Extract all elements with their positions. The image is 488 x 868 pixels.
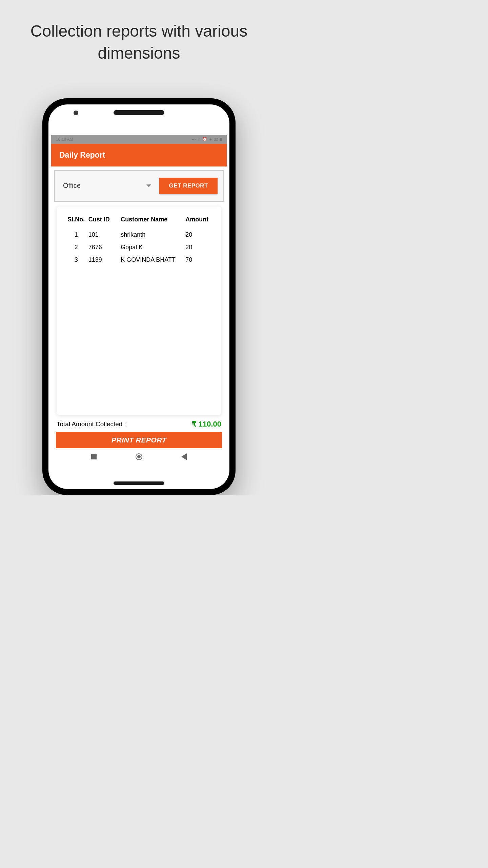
back-button[interactable] [181,453,187,460]
cell-sl: 1 [64,229,88,241]
header-cust-id: Cust ID [88,216,121,229]
phone-speaker-bottom [114,481,164,485]
phone-inner: 10:18 AM ▪▪▪ ᛒ ⏰ ◈ 82 ▮ Daily Report [48,104,229,489]
cell-sl: 3 [64,254,88,266]
header-sl: Sl.No. [64,216,88,229]
dropdown-value: Office [63,182,81,190]
app-bar: Daily Report [51,144,227,166]
battery-text: 82 [214,137,218,141]
header-name: Customer Name [121,216,185,229]
print-report-button[interactable]: PRINT REPORT [56,432,222,448]
cell-amount: 20 [185,241,214,254]
status-time: 10:18 AM [56,137,73,142]
home-button[interactable] [136,453,142,460]
table-header-row: Sl.No. Cust ID Customer Name Amount [64,216,214,229]
cell-name: K GOVINDA BHATT [121,254,185,266]
get-report-button[interactable]: GET REPORT [159,178,218,194]
table-row: 2 7676 Gopal K 20 [64,241,214,254]
total-label: Total Amount Collected : [57,420,126,428]
cell-amount: 70 [185,254,214,266]
filter-card: Office GET REPORT [54,170,224,202]
recent-apps-button[interactable] [91,454,97,459]
wifi-icon: ◈ [209,137,212,141]
chevron-down-icon [146,184,151,187]
cell-sl: 2 [64,241,88,254]
signal-icon: ▪▪▪ [192,137,196,141]
phone-camera [74,111,78,115]
report-table-card: Sl.No. Cust ID Customer Name Amount 1 10… [57,206,221,415]
cell-name: Gopal K [121,241,185,254]
bluetooth-icon: ᛒ [198,137,200,141]
phone-frame: 10:18 AM ▪▪▪ ᛒ ⏰ ◈ 82 ▮ Daily Report [42,98,236,495]
marketing-headline: Collection reports with various dimensio… [0,20,278,64]
table-row: 3 1139 K GOVINDA BHATT 70 [64,254,214,266]
android-nav-bar [51,448,227,465]
total-row: Total Amount Collected : ₹ 110.00 [54,415,224,432]
status-icons: ▪▪▪ ᛒ ⏰ ◈ 82 ▮ [192,137,222,141]
content-area: Office GET REPORT Sl.No. Cust ID Custome… [51,166,227,448]
cell-name: shrikanth [121,229,185,241]
battery-icon: ▮ [220,137,222,141]
cell-cust-id: 101 [88,229,121,241]
phone-speaker-top [114,110,164,115]
cell-amount: 20 [185,229,214,241]
total-amount: ₹ 110.00 [192,420,221,429]
cell-cust-id: 7676 [88,241,121,254]
table-row: 1 101 shrikanth 20 [64,229,214,241]
alarm-icon: ⏰ [202,137,207,141]
report-table: Sl.No. Cust ID Customer Name Amount 1 10… [64,216,214,266]
header-amount: Amount [185,216,214,229]
app-screen: 10:18 AM ▪▪▪ ᛒ ⏰ ◈ 82 ▮ Daily Report [51,135,227,465]
app-title: Daily Report [59,151,105,159]
status-bar: 10:18 AM ▪▪▪ ᛒ ⏰ ◈ 82 ▮ [51,135,227,144]
location-dropdown[interactable]: Office [60,180,154,192]
cell-cust-id: 1139 [88,254,121,266]
